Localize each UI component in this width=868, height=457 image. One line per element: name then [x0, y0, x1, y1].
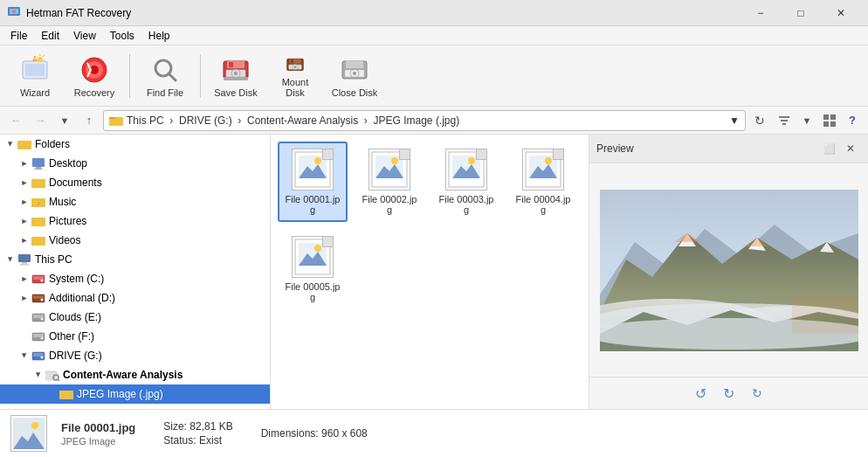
svg-point-97: [545, 157, 552, 164]
sidebar-label-cloudse: Clouds (E:): [49, 311, 101, 323]
rotate-left-button[interactable]: ↺: [691, 383, 712, 404]
sidebar-item-cloudse[interactable]: ► Clouds (E:): [0, 308, 270, 327]
sidebar-item-driveg[interactable]: ► DRIVE (G:): [0, 346, 270, 365]
svg-point-101: [314, 245, 321, 252]
file-item-2[interactable]: File 00002.jpg: [355, 142, 424, 222]
preview-expand-button[interactable]: ⬜: [819, 138, 840, 159]
wizard-button[interactable]: Wizard: [7, 50, 63, 102]
sidebar-item-thispc[interactable]: ► This PC: [0, 250, 270, 269]
sidebar-item-desktop[interactable]: ► Desktop: [0, 154, 270, 173]
videos-icon: [31, 233, 45, 247]
drive-optical-icon: [31, 349, 45, 363]
svg-point-74: [41, 357, 44, 359]
menu-tools[interactable]: Tools: [103, 28, 141, 44]
sidebar-label-videos: Videos: [49, 234, 80, 246]
filter-button[interactable]: [774, 110, 795, 131]
app-icon: [7, 4, 21, 21]
documents-icon: [31, 176, 45, 190]
mountdisk-icon: [279, 54, 311, 75]
sidebar-item-additionald[interactable]: ► Additional (D:): [0, 288, 270, 308]
sidebar-label-otherf: Other (F:): [49, 330, 94, 343]
addressbar: ← → ▼ ↑ This PC › DRIVE (G:) › Content-A…: [0, 107, 868, 135]
savedisk-button[interactable]: Save Disk: [208, 50, 264, 102]
up-button[interactable]: ↑: [79, 110, 100, 131]
file-item-3[interactable]: File 00003.jpg: [431, 142, 501, 222]
expand-arrow-systemc: ►: [17, 274, 31, 283]
file-item-4[interactable]: File 00004.jpg: [508, 142, 578, 222]
sidebar-item-systemc[interactable]: ► System (C:): [0, 269, 270, 288]
svg-rect-56: [31, 239, 45, 246]
closedisk-icon: [339, 54, 370, 86]
address-path: This PC › DRIVE (G:) › Content-Aware Ana…: [127, 114, 459, 127]
sidebar-item-otherf[interactable]: ► Other (F:): [0, 327, 270, 346]
status-thumb-img: [12, 417, 45, 450]
sidebar-item-jpegimage[interactable]: ► JPEG Image (.jpg): [0, 384, 270, 404]
view-options-button[interactable]: ▼: [796, 110, 817, 131]
status-details: Size: 82,81 KB Status: Exist: [163, 420, 232, 447]
close-button[interactable]: ✕: [821, 0, 861, 26]
sidebar-item-folders[interactable]: ► Folders: [0, 135, 270, 154]
mountdisk-button[interactable]: Mount Disk: [267, 50, 323, 102]
sidebar-item-documents[interactable]: ► Documents: [0, 173, 270, 192]
svg-rect-45: [32, 158, 45, 167]
status-filename: File 00001.jpg: [61, 421, 135, 434]
statusbar: File 00001.jpg JPEG Image Size: 82,81 KB…: [0, 409, 868, 457]
address-box[interactable]: This PC › DRIVE (G:) › Content-Aware Ana…: [103, 110, 746, 131]
recovery-button[interactable]: Recovery: [66, 50, 122, 102]
dropdown-button[interactable]: ▼: [54, 110, 75, 131]
expand-arrow-folders: ►: [6, 137, 15, 151]
findfile-button[interactable]: Find File: [137, 50, 193, 102]
refresh-button[interactable]: ↻: [749, 110, 770, 131]
minimize-button[interactable]: −: [741, 0, 781, 26]
svg-rect-46: [36, 167, 41, 169]
filter-icon: [777, 114, 791, 128]
menu-edit[interactable]: Edit: [34, 28, 66, 44]
file-item-1[interactable]: File 00001.jpg: [278, 142, 348, 222]
expand-arrow-thispc: ►: [6, 253, 15, 267]
file-thumb-corner-2: [399, 149, 410, 160]
status-filetype: JPEG Image: [61, 436, 135, 447]
sidebar-item-videos[interactable]: ► Videos: [0, 231, 270, 250]
back-button[interactable]: ←: [5, 110, 26, 131]
dimensions-label: Dimensions:: [261, 427, 319, 440]
status-thumbnail: [10, 415, 47, 452]
maximize-button[interactable]: □: [781, 0, 821, 26]
file-thumb-5: [292, 236, 334, 278]
layout-button[interactable]: [819, 110, 840, 131]
file-grid: File 00001.jpg File 00002.jpg: [271, 135, 589, 409]
recovery-icon: [79, 54, 110, 86]
svg-rect-61: [33, 276, 44, 280]
expand-arrow-contentaware: ►: [34, 368, 43, 382]
sidebar-label-additionald: Additional (D:): [49, 292, 115, 304]
expand-arrow-additionald: ►: [17, 294, 31, 302]
forward-button[interactable]: →: [30, 110, 51, 131]
menu-file[interactable]: File: [3, 28, 34, 44]
wizard-label: Wizard: [20, 87, 50, 98]
sidebar-label-music: Music: [49, 196, 76, 208]
file-item-5[interactable]: File 00005.jpg: [278, 229, 348, 309]
drive-other-icon: [31, 329, 45, 343]
reset-button[interactable]: ↻: [747, 383, 768, 404]
help-button[interactable]: ?: [842, 110, 863, 131]
drive-add-icon: [31, 291, 45, 305]
sidebar-item-music[interactable]: ► ♪ Music: [0, 192, 270, 211]
sidebar-label-thispc: This PC: [35, 253, 72, 266]
svg-rect-39: [823, 114, 829, 120]
svg-rect-24: [291, 59, 293, 63]
menu-view[interactable]: View: [66, 28, 103, 44]
svg-point-71: [41, 337, 44, 340]
toolbar-sep-1: [129, 54, 130, 98]
preview-close-button[interactable]: ✕: [840, 138, 861, 159]
toolbar: Wizard Recovery Find File Save Dis: [0, 45, 868, 107]
rotate-right-button[interactable]: ↻: [719, 383, 740, 404]
preview-controls: ↺ ↻ ↻: [589, 377, 868, 409]
toolbar-sep-2: [200, 54, 201, 98]
closedisk-button[interactable]: Close Disk: [327, 50, 382, 102]
sidebar-label-pictures: Pictures: [49, 215, 86, 227]
sidebar-item-pictures[interactable]: ► Pictures: [0, 211, 270, 231]
sidebar-item-contentaware[interactable]: ► Content-Aware Analysis: [0, 365, 270, 384]
layout-icon: [823, 114, 837, 128]
menu-help[interactable]: Help: [141, 28, 177, 44]
svg-rect-47: [34, 169, 43, 170]
sidebar-label-documents: Documents: [49, 177, 102, 189]
